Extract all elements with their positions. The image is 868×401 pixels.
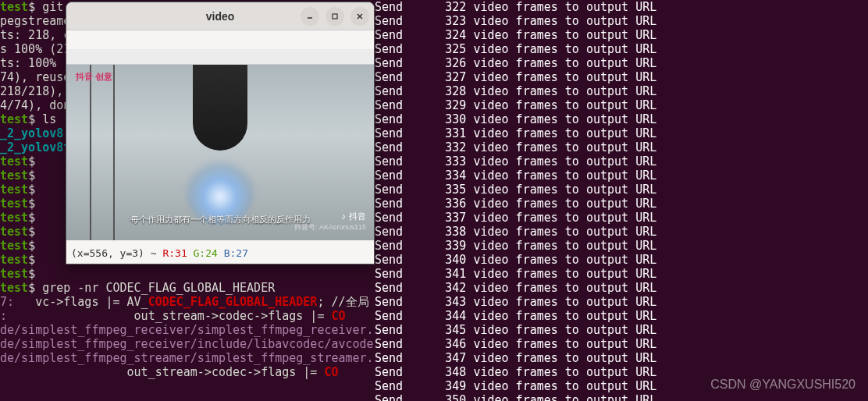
stream-log-line: Send 342 video frames to output URL: [375, 281, 868, 295]
maximize-button[interactable]: [326, 7, 344, 26]
pixel-r-value: R:31: [162, 247, 187, 259]
terminal-line: out_stream->codec->flags |= CO: [0, 365, 375, 379]
video-statusbar: (x=556, y=3) ~ R:31 G:24 B:27: [66, 240, 374, 264]
terminal-line: : out_stream->codec->flags |= CO: [0, 309, 375, 323]
minimize-button[interactable]: [301, 7, 319, 26]
terminal-line: de/simplest_ffmpeg_receiver/include/liba…: [0, 337, 375, 351]
video-frame[interactable]: 抖音 创意 每个作用力都有一个相等而方向相反的反作用力 ♪ 抖音 抖音号: AK…: [66, 65, 374, 240]
stream-log-line: Send 350 video frames to output URL: [375, 393, 868, 401]
stream-log-line: Send 340 video frames to output URL: [375, 253, 868, 267]
stream-log-line: Send 323 video frames to output URL: [375, 14, 868, 28]
stream-log-line: Send 337 video frames to output URL: [375, 211, 868, 225]
pixel-b-value: B:27: [224, 247, 248, 259]
stream-log-line: Send 335 video frames to output URL: [375, 183, 868, 197]
pixel-g-value: G:24: [194, 247, 218, 259]
video-watermark: 抖音 创意: [76, 69, 112, 83]
video-player-window[interactable]: video 抖音 创意 每个作用力都有一个相等而方向相反的反作用力 ♪ 抖音 抖…: [66, 2, 375, 264]
svg-rect-1: [333, 14, 337, 19]
window-toolbar[interactable]: [66, 49, 374, 65]
stream-log-line: Send 333 video frames to output URL: [375, 154, 868, 169]
window-menubar[interactable]: [66, 30, 374, 49]
minimize-icon: [306, 12, 314, 20]
douyin-id: 抖音号: AKAcronus115: [294, 220, 366, 234]
stream-log-line: Send 327 video frames to output URL: [375, 70, 868, 84]
stream-log-line: Send 324 video frames to output URL: [375, 28, 868, 42]
terminal-line: test$ grep -nr CODEC_FLAG_GLOBAL_HEADER: [0, 281, 375, 295]
stream-log-line: Send 339 video frames to output URL: [375, 239, 868, 253]
terminal-right-column[interactable]: Send 322 video frames to output URLSend …: [375, 0, 868, 401]
stream-log-line: Send 346 video frames to output URL: [375, 337, 868, 351]
stream-log-line: Send 336 video frames to output URL: [375, 197, 868, 211]
stream-log-line: Send 338 video frames to output URL: [375, 225, 868, 239]
terminal-line: de/simplest_ffmpeg_receiver/simplest_ffm…: [0, 323, 375, 337]
stream-log-line: Send 332 video frames to output URL: [375, 140, 868, 154]
terminal-line: test$: [0, 267, 375, 281]
stream-log-line: Send 347 video frames to output URL: [375, 351, 868, 365]
stream-log-line: Send 344 video frames to output URL: [375, 309, 868, 323]
stream-log-line: Send 329 video frames to output URL: [375, 98, 868, 112]
pixel-coords: (x=556, y=3) ~: [71, 247, 162, 259]
stream-log-line: Send 330 video frames to output URL: [375, 112, 868, 126]
close-icon: [356, 12, 364, 20]
window-controls: [301, 7, 369, 26]
terminal-line: 7: vc->flags |= AV_CODEC_FLAG_GLOBAL_HEA…: [0, 295, 375, 309]
stream-log-line: Send 326 video frames to output URL: [375, 56, 868, 70]
terminal-line: de/simplest_ffmpeg_streamer/simplest_ffm…: [0, 351, 375, 365]
close-button[interactable]: [350, 7, 369, 26]
stream-log-line: Send 328 video frames to output URL: [375, 84, 868, 98]
stream-log-line: Send 322 video frames to output URL: [375, 0, 868, 14]
stream-log-line: Send 331 video frames to output URL: [375, 126, 868, 140]
engine-decoration: [193, 65, 247, 151]
window-titlebar[interactable]: video: [66, 2, 374, 30]
stream-log-line: Send 334 video frames to output URL: [375, 169, 868, 183]
csdn-watermark: CSDN @YANGXUSHI520: [710, 378, 856, 392]
window-title: video: [206, 9, 235, 23]
stream-log-line: Send 345 video frames to output URL: [375, 323, 868, 337]
maximize-icon: [331, 12, 339, 20]
stream-log-line: Send 325 video frames to output URL: [375, 42, 868, 56]
stream-log-line: Send 341 video frames to output URL: [375, 267, 868, 281]
stream-log-line: Send 343 video frames to output URL: [375, 295, 868, 309]
